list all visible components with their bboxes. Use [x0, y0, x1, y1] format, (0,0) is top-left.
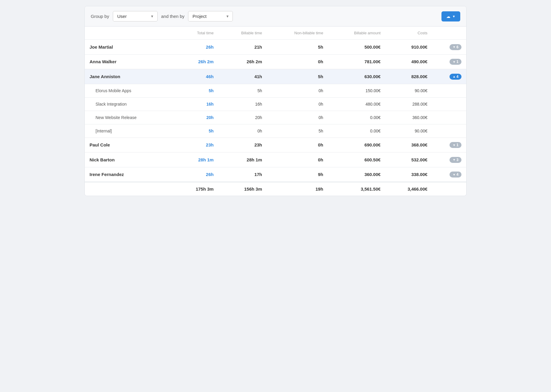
- total-row: 175h 3m 156h 3m 19h 3,561.50€ 3,466.00€: [85, 182, 466, 196]
- badge-cell: ▼1: [432, 54, 466, 69]
- billable-amount: 690.00€: [328, 138, 385, 152]
- non-billable-time: 0h: [267, 54, 328, 69]
- billable-amount: 500.00€: [328, 40, 385, 55]
- sub-non-billable-time: 0h: [267, 84, 328, 97]
- sub-costs: 360.00€: [385, 111, 432, 124]
- non-billable-time: 9h: [267, 167, 328, 182]
- total-non-billable-time: 19h: [267, 182, 328, 196]
- col-header-billable-time: Billable time: [218, 27, 267, 40]
- badge: ▼3: [450, 157, 461, 163]
- col-header-badge: [432, 27, 466, 40]
- toolbar: Group by User Project Tag Client ▼ and t…: [85, 6, 466, 27]
- total-badge-cell: [432, 182, 466, 196]
- export-btn-arrow: ▼: [452, 15, 455, 18]
- costs: 368.00€: [385, 138, 432, 152]
- non-billable-time: 0h: [267, 152, 328, 167]
- table-row: Irene Fernandez 26h 17h 9h 360.00€ 338.0…: [85, 167, 466, 182]
- total-time: 28h 1m: [175, 152, 218, 167]
- sub-billable-amount: 0.00€: [328, 111, 385, 124]
- badge-cell: ▼6: [432, 40, 466, 55]
- group-by-select-wrapper: User Project Tag Client ▼: [113, 11, 158, 21]
- main-container: Group by User Project Tag Client ▼ and t…: [84, 6, 467, 196]
- badge: ▼1: [450, 142, 461, 148]
- billable-time: 28h 1m: [218, 152, 267, 167]
- then-by-select-wrapper: Project User Tag Client ▼: [188, 11, 233, 21]
- col-header-non-billable-time: Non-billable time: [267, 27, 328, 40]
- sub-billable-time: 5h: [218, 84, 267, 97]
- user-name: Nick Barton: [85, 152, 175, 167]
- badge-cell: ▲4: [432, 69, 466, 84]
- sub-badge-cell: [432, 124, 466, 138]
- user-name: Joe Martial: [85, 40, 175, 55]
- and-then-by-label: and then by: [161, 14, 184, 19]
- user-name: Irene Fernandez: [85, 167, 175, 182]
- billable-time: 17h: [218, 167, 267, 182]
- non-billable-time: 0h: [267, 138, 328, 152]
- group-by-select[interactable]: User Project Tag Client: [113, 11, 158, 21]
- total-costs: 3,466.00€: [385, 182, 432, 196]
- badge-cell: ▼4: [432, 167, 466, 182]
- total-label: [85, 182, 175, 196]
- sub-non-billable-time: 0h: [267, 111, 328, 124]
- sub-costs: 90.00€: [385, 124, 432, 138]
- export-cloud-icon: ☁: [446, 14, 450, 19]
- table-row: [Internal] 5h 0h 5h 0.00€ 90.00€: [85, 124, 466, 138]
- table-row: Paul Cole 23h 23h 0h 690.00€ 368.00€ ▼1: [85, 138, 466, 152]
- table-row: Jane Anniston 46h 41h 5h 630.00€ 828.00€…: [85, 69, 466, 84]
- costs: 338.00€: [385, 167, 432, 182]
- sub-total-time: 5h: [175, 124, 218, 138]
- costs: 910.00€: [385, 40, 432, 55]
- billable-time: 21h: [218, 40, 267, 55]
- user-name: Jane Anniston: [85, 69, 175, 84]
- badge-cell: ▼1: [432, 138, 466, 152]
- sub-name: Elorus Mobile Apps: [85, 84, 175, 97]
- group-by-label: Group by: [91, 14, 109, 19]
- sub-total-time: 5h: [175, 84, 218, 97]
- table-row: Nick Barton 28h 1m 28h 1m 0h 600.50€ 532…: [85, 152, 466, 167]
- sub-billable-time: 0h: [218, 124, 267, 138]
- sub-total-time: 16h: [175, 97, 218, 111]
- billable-time: 26h 2m: [218, 54, 267, 69]
- badge-cell: ▼3: [432, 152, 466, 167]
- badge: ▼6: [450, 44, 461, 50]
- sub-non-billable-time: 0h: [267, 97, 328, 111]
- then-by-select[interactable]: Project User Tag Client: [188, 11, 233, 21]
- user-name: Paul Cole: [85, 138, 175, 152]
- billable-amount: 781.00€: [328, 54, 385, 69]
- sub-billable-amount: 480.00€: [328, 97, 385, 111]
- table-row: New Website Release 20h 20h 0h 0.00€ 360…: [85, 111, 466, 124]
- table-row: Slack Integration 16h 16h 0h 480.00€ 288…: [85, 97, 466, 111]
- data-table-wrap: Total time Billable time Non-billable ti…: [85, 27, 466, 196]
- billable-time: 23h: [218, 138, 267, 152]
- badge: ▲4: [450, 74, 461, 80]
- col-header-name: [85, 27, 175, 40]
- sub-costs: 288.00€: [385, 97, 432, 111]
- table-header-row: Total time Billable time Non-billable ti…: [85, 27, 466, 40]
- sub-badge-cell: [432, 84, 466, 97]
- costs: 490.00€: [385, 54, 432, 69]
- sub-badge-cell: [432, 97, 466, 111]
- sub-name: Slack Integration: [85, 97, 175, 111]
- billable-amount: 630.00€: [328, 69, 385, 84]
- table-row: Anna Walker 26h 2m 26h 2m 0h 781.00€ 490…: [85, 54, 466, 69]
- costs: 828.00€: [385, 69, 432, 84]
- col-header-billable-amount: Billable amount: [328, 27, 385, 40]
- sub-billable-amount: 150.00€: [328, 84, 385, 97]
- billable-amount: 600.50€: [328, 152, 385, 167]
- total-total-time: 175h 3m: [175, 182, 218, 196]
- table-row: Joe Martial 26h 21h 5h 500.00€ 910.00€ ▼…: [85, 40, 466, 55]
- badge: ▼1: [450, 59, 461, 65]
- billable-amount: 360.00€: [328, 167, 385, 182]
- data-table: Total time Billable time Non-billable ti…: [85, 27, 466, 196]
- badge: ▼4: [450, 172, 461, 178]
- user-name: Anna Walker: [85, 54, 175, 69]
- table-row: Elorus Mobile Apps 5h 5h 0h 150.00€ 90.0…: [85, 84, 466, 97]
- sub-name: [Internal]: [85, 124, 175, 138]
- col-header-total-time: Total time: [175, 27, 218, 40]
- total-time: 26h: [175, 40, 218, 55]
- total-billable-time: 156h 3m: [218, 182, 267, 196]
- export-button[interactable]: ☁ ▼: [441, 11, 460, 21]
- sub-billable-amount: 0.00€: [328, 124, 385, 138]
- billable-time: 41h: [218, 69, 267, 84]
- sub-non-billable-time: 5h: [267, 124, 328, 138]
